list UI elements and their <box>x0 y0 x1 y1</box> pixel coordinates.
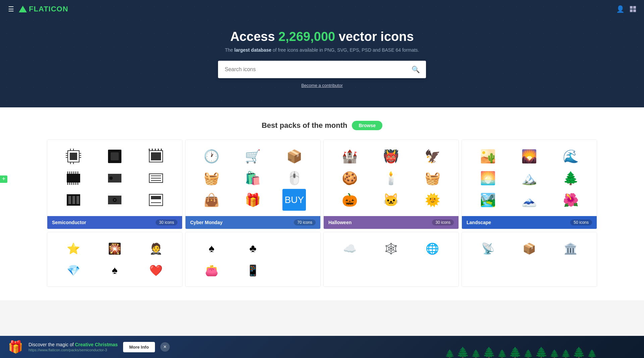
hamburger-menu[interactable]: ☰ <box>8 5 14 13</box>
pack-card-semiconductor[interactable]: Semiconductor 30 icons <box>47 140 182 229</box>
pack-icon: 🌄 <box>518 145 541 167</box>
pack-icon: 🌅 <box>476 167 500 189</box>
svg-rect-42 <box>72 196 75 204</box>
pack-icon: 🦅 <box>421 145 444 167</box>
hero-section: ☰ FLATICON 👤 Access 2,269,000 vector ico… <box>0 0 644 107</box>
pack-icon <box>379 259 403 281</box>
pack-card-row2-3[interactable]: ☁️ 🕸️ 🌐 <box>323 232 459 287</box>
grid-view-icon[interactable] <box>630 6 636 12</box>
pack-name-halloween: Halloween <box>328 220 352 225</box>
pack-icons-row2-1: ⭐ 🎇 🤵 💎 ♠️ ❤️ <box>47 232 182 287</box>
pack-icon: 🐱 <box>379 189 403 211</box>
pack-icon <box>144 189 168 211</box>
pack-icon: 🌲 <box>559 167 582 189</box>
pack-icons-landscape: 🏜️ 🌄 🌊 🌅 🏔️ 🌲 🏞️ 🗻 🌺 <box>462 140 597 216</box>
pack-icon: 🌺 <box>559 189 582 211</box>
search-button[interactable]: 🔍 <box>406 61 426 78</box>
pack-icon: 🤵 <box>144 238 168 259</box>
pack-icon <box>103 167 126 189</box>
pack-card-halloween[interactable]: 🏰 👹 🦅 🍪 🕯️ 🧺 🎃 🐱 🌞 Halloween 30 icons <box>323 140 459 229</box>
section-title: Best packs of the month <box>262 121 347 130</box>
pack-icons-semiconductor <box>47 140 182 216</box>
pack-icon: 🎇 <box>103 238 126 259</box>
pack-icon: 🏔️ <box>518 167 541 189</box>
svg-rect-41 <box>68 196 71 204</box>
pack-count-landscape: 50 icons <box>570 219 592 225</box>
pack-icon: 🌞 <box>421 189 444 211</box>
pack-count-semiconductor: 30 icons <box>156 219 177 225</box>
pack-icon: 🎃 <box>338 189 362 211</box>
pack-icon: 🖱️ <box>282 167 306 189</box>
user-icon[interactable]: 👤 <box>616 5 625 13</box>
hero-subtitle: The largest database of free icons avail… <box>218 47 426 53</box>
pack-footer-cyber: Cyber Monday 70 icons <box>185 216 320 229</box>
logo-triangle-icon <box>19 6 27 12</box>
pack-icons-row2-4: 📡 📦 🏛️ <box>462 232 597 287</box>
pack-card-landscape[interactable]: 🏜️ 🌄 🌊 🌅 🏔️ 🌲 🏞️ 🗻 🌺 Landscape 50 icons <box>462 140 597 229</box>
pack-icon: 🎁 <box>241 189 265 211</box>
pack-icon: 👹 <box>379 145 403 167</box>
logo[interactable]: FLATICON <box>19 5 68 13</box>
navbar: ☰ FLATICON 👤 <box>0 0 644 18</box>
plus-icon: + <box>2 175 6 183</box>
pack-card-cyber[interactable]: 🕐 🛒 📦 🧺 🛍️ 🖱️ 👜 🎁 BUY Cyber Monday 70 ic… <box>185 140 321 229</box>
pack-icon <box>421 259 444 281</box>
pack-icon <box>62 189 85 211</box>
packs-grid-row1: Semiconductor 30 icons 🕐 🛒 📦 🧺 🛍️ 🖱️ 👜 🎁… <box>47 140 597 229</box>
search-bar: 🔍 <box>218 61 426 78</box>
nav-right: 👤 <box>616 5 636 13</box>
pack-icon: 🛒 <box>241 145 265 167</box>
pack-icon: 🧺 <box>200 167 223 189</box>
pack-icons-row2-3: ☁️ 🕸️ 🌐 <box>324 232 459 287</box>
svg-point-35 <box>109 176 113 180</box>
pack-name-cyber: Cyber Monday <box>190 220 222 225</box>
svg-point-46 <box>114 199 115 201</box>
search-input[interactable] <box>218 61 406 78</box>
sidebar-expand-button[interactable]: + <box>0 175 7 183</box>
pack-icon: ♣️ <box>241 238 265 259</box>
pack-footer-landscape: Landscape 50 icons <box>462 216 597 229</box>
pack-icon: 🕸️ <box>379 238 403 259</box>
subtitle-post: of free icons available in PNG, SVG, EPS… <box>271 47 419 53</box>
pack-icon <box>282 238 306 259</box>
hero-count: 2,269,000 <box>278 30 335 44</box>
pack-name-landscape: Landscape <box>467 220 491 225</box>
pack-icon: 👛 <box>200 259 223 281</box>
pack-footer-semiconductor: Semiconductor 30 icons <box>47 216 182 229</box>
pack-icon: 🗻 <box>518 189 541 211</box>
browse-button[interactable]: Browse <box>352 121 382 130</box>
pack-icon: ❤️ <box>144 259 168 281</box>
pack-icon: 🕯️ <box>379 167 403 189</box>
pack-footer-halloween: Halloween 30 icons <box>324 216 459 229</box>
pack-icon <box>518 259 541 281</box>
pack-icon: 🛍️ <box>241 167 265 189</box>
pack-icon: BUY <box>282 189 306 211</box>
hero-content: Access 2,269,000 vector icons The larges… <box>211 9 433 98</box>
pack-icon: 🕐 <box>200 145 223 167</box>
svg-rect-15 <box>151 152 161 160</box>
pack-card-row2-4[interactable]: 📡 📦 🏛️ <box>462 232 597 287</box>
main-content: Best packs of the month Browse <box>0 107 644 300</box>
svg-rect-13 <box>111 152 119 160</box>
pack-icon <box>144 145 168 167</box>
pack-icon <box>62 167 85 189</box>
pack-icon: 🏰 <box>338 145 362 167</box>
pack-icon: 📱 <box>241 259 265 281</box>
pack-icon <box>62 145 85 167</box>
pack-card-row2-2[interactable]: ♠️ ♣️ 👛 📱 <box>185 232 321 287</box>
pack-icon: 🌊 <box>559 145 582 167</box>
pack-icon <box>103 189 126 211</box>
pack-icon: 🏞️ <box>476 189 500 211</box>
pack-icon: 📦 <box>518 238 541 259</box>
pack-icon <box>476 259 500 281</box>
pack-icon: ☁️ <box>338 238 362 259</box>
pack-icon: 📦 <box>282 145 306 167</box>
pack-icon: 👜 <box>200 189 223 211</box>
logo-text: FLATICON <box>29 5 68 13</box>
contributor-link[interactable]: Become a contributor <box>218 83 426 88</box>
pack-icon: ⭐ <box>62 238 85 259</box>
packs-grid-row2: ⭐ 🎇 🤵 💎 ♠️ ❤️ ♠️ ♣️ 👛 📱 ☁️ 🕸️ <box>47 232 597 287</box>
hero-title-suffix: vector icons <box>335 30 414 44</box>
pack-card-row2-1[interactable]: ⭐ 🎇 🤵 💎 ♠️ ❤️ <box>47 232 182 287</box>
section-header: Best packs of the month Browse <box>47 121 597 130</box>
